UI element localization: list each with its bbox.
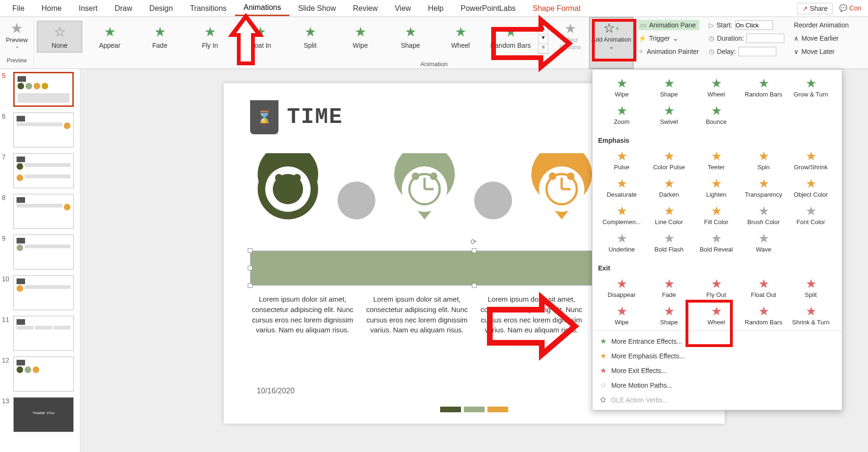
- anim-shape[interactable]: ★Shape: [388, 21, 433, 52]
- animation-painter-button[interactable]: ✧Animation Painter: [638, 46, 699, 57]
- more-entrance[interactable]: ★More Entrance Effects...: [592, 334, 842, 348]
- slide-thumb-10[interactable]: 10: [2, 275, 78, 310]
- anim-option-lighten[interactable]: ★Lighten: [693, 174, 740, 201]
- tab-home[interactable]: Home: [33, 1, 70, 16]
- anim-option-line-color[interactable]: ★Line Color: [645, 201, 693, 228]
- anim-option-brush-color[interactable]: ★Brush Color: [740, 201, 787, 228]
- slide-thumb-13[interactable]: 13THANK YOU: [2, 397, 78, 432]
- anim-wheel[interactable]: ★Wheel: [438, 21, 483, 52]
- anim-option-desaturate[interactable]: ★Desaturate: [598, 174, 645, 201]
- anim-option-grow-turn[interactable]: ★Grow & Turn: [787, 73, 834, 101]
- anim-option-grow-shrink[interactable]: ★Grow/Shrink: [787, 146, 834, 174]
- tab-draw[interactable]: Draw: [106, 1, 140, 16]
- tab-file[interactable]: File: [4, 1, 33, 16]
- delay-input[interactable]: [738, 47, 776, 56]
- add-animation-dropdown[interactable]: ★Wipe★Shape★Wheel★Random Bars★Grow & Tur…: [592, 69, 842, 410]
- anim-option-random-bars[interactable]: ★Random Bars: [740, 301, 787, 329]
- anim-option-fly-out[interactable]: ★Fly Out: [693, 274, 740, 301]
- gallery-nav[interactable]: ▲▼≡: [538, 25, 548, 54]
- anim-flyin[interactable]: ★Fly In: [187, 21, 233, 52]
- tab-transitions[interactable]: Transitions: [182, 1, 235, 16]
- slide-thumb-12[interactable]: 12: [2, 356, 78, 391]
- text-col-1[interactable]: Lorem ipsum dolor sit amet, consectetur …: [250, 294, 355, 335]
- anim-option-shape[interactable]: ★Shape: [645, 301, 693, 329]
- anim-appear[interactable]: ★Appear: [87, 21, 132, 52]
- tab-animations[interactable]: Animations: [235, 0, 289, 16]
- anim-option-split[interactable]: ★Split: [787, 274, 834, 301]
- anim-option-fill-color[interactable]: ★Fill Color: [693, 201, 740, 228]
- start-select[interactable]: [735, 20, 773, 30]
- duration-input[interactable]: [746, 34, 784, 43]
- anim-option-font-color[interactable]: ★Font Color: [787, 201, 834, 228]
- anim-option-transparency[interactable]: ★Transparency: [740, 174, 787, 201]
- anim-split[interactable]: ★Split: [287, 21, 333, 52]
- text-col-3[interactable]: Lorem ipsum dolor sit amet, consectetur …: [479, 294, 584, 335]
- anim-option-wheel[interactable]: ★Wheel: [693, 73, 740, 101]
- anim-option-bold-reveal[interactable]: ★Bold Reveal: [693, 228, 740, 256]
- anim-option-darken[interactable]: ★Darken: [645, 174, 693, 201]
- pin-2[interactable]: [387, 153, 462, 248]
- comments-button[interactable]: 💬 Con: [836, 3, 864, 14]
- slide-thumb-9[interactable]: 9: [2, 235, 78, 269]
- anim-option-teeter[interactable]: ★Teeter: [693, 146, 740, 174]
- preview-group-label: Preview: [0, 57, 34, 64]
- pin-3[interactable]: [524, 153, 599, 248]
- trigger-button[interactable]: ⚡Trigger ⌄: [638, 33, 699, 43]
- anim-option-wheel[interactable]: ★Wheel: [693, 301, 740, 329]
- slide-title[interactable]: TIME: [287, 105, 343, 130]
- anim-option-complemen-[interactable]: ★Complemen...: [598, 201, 645, 228]
- slide-thumbnail-panel[interactable]: 5 6 7 8 9 10 11 12 13THANK YOU: [0, 69, 80, 452]
- move-later[interactable]: ∨ Move Later: [794, 46, 849, 57]
- anim-option-zoom[interactable]: ★Zoom: [598, 101, 645, 128]
- tab-view[interactable]: View: [386, 1, 419, 16]
- anim-wipe[interactable]: ★Wipe: [338, 21, 383, 52]
- anim-option-underline[interactable]: ★Underline: [598, 228, 645, 256]
- anim-option-wipe[interactable]: ★Wipe: [598, 73, 645, 101]
- tab-insert[interactable]: Insert: [70, 1, 106, 16]
- preview-icon[interactable]: ★: [0, 20, 34, 36]
- anim-option-disappear[interactable]: ★Disappear: [598, 274, 645, 301]
- anim-randombars[interactable]: ★Random Bars: [488, 21, 533, 52]
- tab-design[interactable]: Design: [141, 1, 182, 16]
- anim-option-color-pulse[interactable]: ★Color Pulse: [645, 146, 693, 174]
- anim-option-shape[interactable]: ★Shape: [645, 73, 693, 101]
- tab-pptlabs[interactable]: PowerPointLabs: [452, 1, 524, 16]
- anim-floatin[interactable]: ★Float In: [237, 21, 283, 52]
- anim-option-wipe[interactable]: ★Wipe: [598, 301, 645, 329]
- slide-thumb-8[interactable]: 8: [2, 194, 78, 229]
- animation-pane-button[interactable]: ▭Animation Pane: [638, 20, 699, 30]
- share-button[interactable]: ↗ Share: [797, 3, 833, 14]
- anim-fade[interactable]: ★Fade: [137, 21, 182, 52]
- slide-thumb-5[interactable]: 5: [2, 72, 78, 107]
- preview-label[interactable]: Preview: [0, 36, 34, 43]
- add-animation-button[interactable]: ☆+ Add Animation ⌄: [589, 17, 634, 69]
- move-earlier[interactable]: ∧ Move Earlier: [794, 33, 849, 43]
- anim-option-pulse[interactable]: ★Pulse: [598, 146, 645, 174]
- anim-option-fade[interactable]: ★Fade: [645, 274, 693, 301]
- anim-option-shrink-turn[interactable]: ★Shrink & Turn: [787, 301, 834, 329]
- tab-review[interactable]: Review: [345, 1, 386, 16]
- slide-date[interactable]: 10/16/2020: [257, 387, 295, 395]
- tab-help[interactable]: Help: [419, 1, 452, 16]
- anim-option-spin[interactable]: ★Spin: [740, 146, 787, 174]
- tab-shape-format[interactable]: Shape Format: [524, 1, 589, 16]
- anim-option-object-color[interactable]: ★Object Color: [787, 174, 834, 201]
- anim-option-random-bars[interactable]: ★Random Bars: [740, 73, 787, 101]
- more-exit[interactable]: ★More Exit Effects...: [592, 363, 842, 378]
- start-row[interactable]: ▷Start:: [709, 20, 785, 30]
- slide-thumb-11[interactable]: 11: [2, 316, 78, 351]
- slide-thumb-6[interactable]: 6: [2, 113, 78, 148]
- anim-option-swivel[interactable]: ★Swivel: [645, 101, 693, 128]
- anim-option-bold-flash[interactable]: ★Bold Flash: [645, 228, 693, 256]
- anim-none[interactable]: ☆None: [37, 21, 82, 52]
- more-motion[interactable]: ☆More Motion Paths...: [592, 378, 842, 392]
- text-col-2[interactable]: Lorem ipsum dolor sit amet, consectetur …: [365, 294, 469, 335]
- slide-thumb-7[interactable]: 7: [2, 153, 78, 188]
- anim-option-wave[interactable]: ★Wave: [740, 228, 787, 256]
- more-emphasis[interactable]: ★More Emphasis Effects...: [592, 348, 842, 363]
- rotate-handle[interactable]: ⟳: [470, 237, 477, 246]
- anim-option-bounce[interactable]: ★Bounce: [693, 101, 740, 128]
- anim-option-float-out[interactable]: ★Float Out: [740, 274, 787, 301]
- tab-slideshow[interactable]: Slide Show: [289, 1, 344, 16]
- pin-1[interactable]: [250, 153, 326, 248]
